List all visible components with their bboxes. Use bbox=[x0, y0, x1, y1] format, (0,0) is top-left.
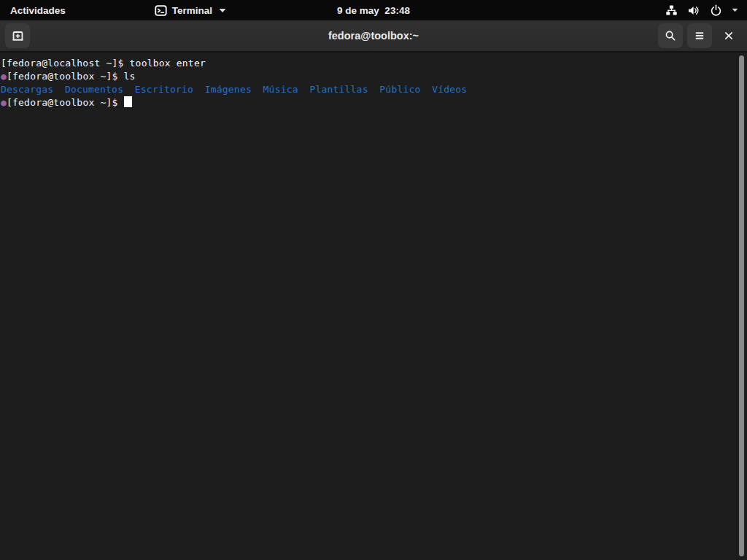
directory-name: Vídeos bbox=[432, 84, 467, 95]
terminal-app-icon bbox=[155, 4, 167, 17]
volume-high-icon bbox=[687, 4, 700, 17]
headerbar-actions bbox=[658, 23, 747, 48]
terminal-viewport[interactable]: [fedora@localhost ~]$ toolbox enter ●[fe… bbox=[0, 52, 747, 560]
terminal-cursor bbox=[124, 96, 132, 107]
terminal-headerbar: fedora@toolbox:~ bbox=[0, 20, 747, 52]
search-button[interactable] bbox=[658, 23, 683, 48]
search-icon bbox=[665, 30, 676, 42]
app-menu-terminal[interactable]: Terminal bbox=[147, 0, 233, 20]
directory-name: Descargas bbox=[1, 84, 53, 95]
new-tab-button[interactable] bbox=[5, 23, 30, 48]
terminal-line: ●[fedora@toolbox ~]$ bbox=[1, 96, 732, 109]
scrollbar-thumb[interactable] bbox=[739, 55, 744, 556]
directory-name: Documentos bbox=[65, 84, 123, 95]
toolbox-prompt-dot: ● bbox=[1, 97, 7, 108]
shell-prompt: [fedora@toolbox ~]$ bbox=[7, 97, 124, 108]
activities-button[interactable]: Actividades bbox=[0, 0, 76, 20]
chevron-down-icon bbox=[219, 8, 226, 13]
desktop-screen: Actividades Terminal 9 de may 23:48 bbox=[0, 0, 747, 560]
system-menu[interactable] bbox=[657, 0, 747, 20]
chevron-down-icon bbox=[732, 8, 738, 12]
directory-name: Escritorio bbox=[135, 84, 193, 95]
terminal-line: [fedora@localhost ~]$ toolbox enter bbox=[1, 57, 732, 70]
app-menu-label: Terminal bbox=[172, 5, 212, 16]
command-line-1: [fedora@localhost ~]$ toolbox enter bbox=[1, 58, 206, 69]
clock[interactable]: 9 de may 23:48 bbox=[337, 0, 410, 20]
new-tab-icon bbox=[12, 30, 24, 42]
network-wired-icon bbox=[665, 4, 678, 17]
hamburger-menu-icon bbox=[694, 31, 705, 41]
directory-name: Público bbox=[379, 84, 420, 95]
ls-output-line: DescargasDocumentosEscritorioImágenesMús… bbox=[1, 83, 732, 96]
directory-name: Imágenes bbox=[205, 84, 252, 95]
directory-name: Plantillas bbox=[309, 84, 368, 95]
close-icon bbox=[724, 31, 734, 41]
toolbox-prompt-dot: ● bbox=[1, 71, 7, 82]
terminal-line: ●[fedora@toolbox ~]$ ls bbox=[1, 70, 732, 83]
command-line-2: [fedora@toolbox ~]$ ls bbox=[7, 71, 136, 82]
close-button[interactable] bbox=[716, 23, 741, 48]
window-title: fedora@toolbox:~ bbox=[328, 30, 419, 42]
power-icon bbox=[710, 4, 722, 17]
directory-name: Música bbox=[263, 84, 298, 95]
menu-button[interactable] bbox=[687, 23, 712, 48]
gnome-top-bar: Actividades Terminal 9 de may 23:48 bbox=[0, 0, 747, 20]
